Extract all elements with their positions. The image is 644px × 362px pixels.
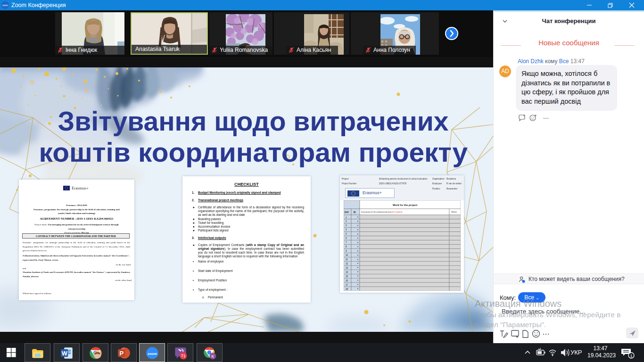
svg-text:▼: ▼ <box>357 279 359 281</box>
svg-text:DAY: DAY <box>345 211 349 214</box>
svg-text:▼: ▼ <box>357 233 359 235</box>
svg-text:Hh/mm: Hh/mm <box>451 211 457 213</box>
svg-text:▼: ▼ <box>357 246 359 248</box>
svg-text:▼: ▼ <box>357 237 359 239</box>
svg-text:▼: ▼ <box>357 250 359 252</box>
svg-text:16: 16 <box>346 280 348 282</box>
svg-text:▼: ▼ <box>357 229 359 231</box>
svg-text:71: 71 <box>181 354 186 358</box>
svg-text:▼: ▼ <box>357 254 359 256</box>
svg-text:1: 1 <box>630 354 633 358</box>
svg-text:12: 12 <box>346 263 348 265</box>
svg-text:Work for the project: Work for the project <box>393 204 417 206</box>
svg-text:▼: ▼ <box>357 275 359 277</box>
svg-text:Description of the implemented: Description of the implemented work (IO … <box>361 211 403 213</box>
svg-text:18: 18 <box>346 288 348 290</box>
svg-text:▼: ▼ <box>357 262 359 264</box>
svg-text:▼: ▼ <box>357 258 359 261</box>
svg-text:▼: ▼ <box>357 224 359 227</box>
svg-text:10: 10 <box>346 254 348 256</box>
svg-text:15: 15 <box>346 275 348 278</box>
svg-text:11: 11 <box>346 258 348 261</box>
svg-text:K: K <box>211 354 214 359</box>
svg-text:ID: ID <box>354 211 356 214</box>
svg-text:17: 17 <box>346 284 348 286</box>
svg-text:▼: ▼ <box>357 288 359 290</box>
svg-text:P: P <box>119 350 124 357</box>
svg-text:▼: ▼ <box>357 283 359 286</box>
svg-text:W: W <box>62 350 68 357</box>
svg-text:zoom: zoom <box>148 352 157 356</box>
svg-text:▼: ▼ <box>357 266 359 269</box>
svg-text:▼: ▼ <box>357 216 359 218</box>
svg-text:▼: ▼ <box>357 241 359 244</box>
svg-text:▼: ▼ <box>357 220 359 222</box>
svg-text:14: 14 <box>346 271 348 273</box>
svg-text:▼: ▼ <box>357 271 359 273</box>
svg-text:13: 13 <box>346 267 348 269</box>
